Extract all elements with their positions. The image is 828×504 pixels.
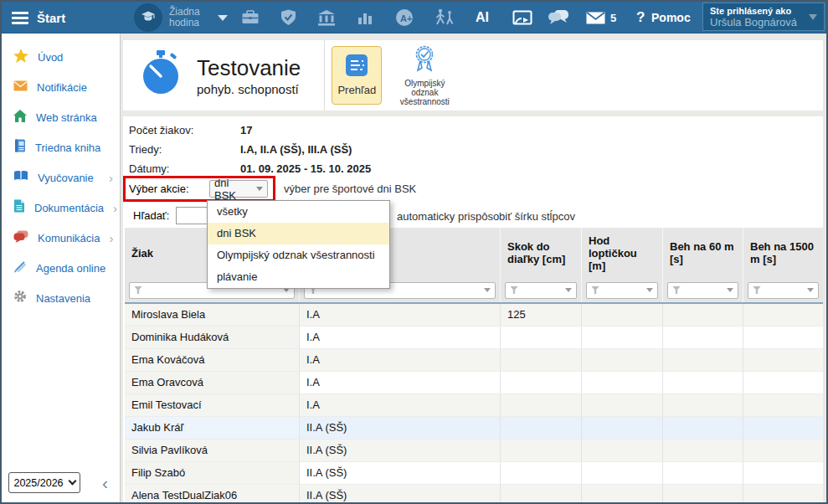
data-cell[interactable]: I.A [300,327,501,349]
data-cell[interactable] [501,372,582,394]
sidebar-item-nastavenia[interactable]: Nastavenia [2,283,120,313]
data-cell[interactable] [501,349,582,372]
lesson-caret-icon[interactable] [218,2,228,33]
data-cell[interactable] [743,327,823,349]
student-name-cell[interactable]: Ema Oravcová [125,372,300,394]
data-cell[interactable]: II.A (SŠ) [300,417,501,440]
data-cell[interactable] [501,485,582,502]
bank-icon[interactable] [317,2,336,33]
data-cell[interactable] [743,462,823,485]
data-cell[interactable] [501,394,582,417]
tab-prehlad[interactable]: Prehľad [332,46,382,105]
data-cell[interactable] [743,417,823,440]
sidebar-item-agenda-online[interactable]: Agenda online [2,253,120,283]
data-cell[interactable] [582,304,663,327]
sidebar-item-dokumentacia[interactable]: Dokumentácia › [2,193,120,223]
help-question-icon[interactable]: ? [636,2,645,33]
sidebar-collapse-chevron[interactable]: ‹ [102,475,108,491]
data-cell[interactable] [582,462,663,485]
data-cell[interactable] [582,485,663,502]
cast-screen-icon[interactable] [512,2,532,33]
bar-chart-icon[interactable] [357,2,373,33]
column-filter-dropdown[interactable] [667,282,738,299]
data-cell[interactable] [663,440,743,462]
data-cell[interactable]: II.A (SŠ) [300,440,501,462]
sidebar-item-vyucovanie[interactable]: Vyučovanie › [2,162,120,193]
data-cell[interactable]: I.A [300,394,501,417]
student-name-cell[interactable]: Alena TestDualZiak06 [125,485,300,502]
lesson-circle[interactable] [134,3,162,32]
student-name-cell[interactable]: Jakub Kráľ [125,417,300,440]
ai-button[interactable]: AI [476,2,489,33]
data-cell[interactable] [663,372,743,394]
data-cell[interactable] [743,394,823,417]
data-cell[interactable]: I.A [300,372,501,394]
user-menu[interactable]: Ste prihlásený ako Uršula Bognárová [702,3,825,31]
chat-bubbles-icon[interactable] [548,2,569,33]
data-cell[interactable] [663,394,743,417]
data-cell[interactable] [663,462,743,485]
data-cell[interactable]: 125 [501,304,582,327]
dropdown-option[interactable]: všetky [208,201,389,223]
dropdown-option[interactable]: plávanie [208,266,389,288]
data-cell[interactable] [582,327,663,349]
annotation-red-box: Výber akcie: dni BSK [123,176,275,202]
autofit-label[interactable]: automaticky prispôsobiť šírku stĺpcov [397,210,575,223]
data-cell[interactable]: II.A (SŠ) [300,485,501,502]
student-name-cell[interactable]: Emil Testovací [125,394,300,417]
sidebar-item-notifikacie[interactable]: Notifikácie [2,72,120,102]
sidebar-item-uvod[interactable]: Úvod [2,42,120,72]
data-cell[interactable] [582,394,663,417]
data-cell[interactable] [501,417,582,440]
data-cell[interactable]: I.A [300,304,501,327]
logged-in-label: Ste prihlásený ako [710,6,809,16]
menu-hamburger-icon[interactable] [12,2,28,33]
help-button[interactable]: Pomoc [651,2,691,33]
dropdown-option[interactable]: Olympijský odznak všestrannosti [208,244,389,266]
data-cell[interactable] [582,440,663,462]
data-cell[interactable] [582,372,663,394]
data-cell[interactable] [743,372,823,394]
sidebar-item-web-stranka[interactable]: Web stránka [2,102,120,132]
tab-olympic-badge[interactable]: Olympijský odznak všestrannosti [392,45,457,106]
walking-people-icon[interactable] [434,2,455,33]
data-cell[interactable] [501,327,582,349]
student-name-cell[interactable]: Silvia Pavlíková [125,440,300,462]
data-cell[interactable] [663,349,743,372]
mail-envelope-icon[interactable] [586,2,605,33]
student-name-cell[interactable]: Dominika Hudáková [125,327,300,349]
start-button[interactable]: Štart [37,2,65,33]
book-icon [13,170,28,185]
data-cell[interactable] [663,304,743,327]
data-cell[interactable] [582,417,663,440]
data-cell[interactable] [663,485,743,502]
table-row: Alena TestDualZiak06II.A (SŠ) [125,485,823,502]
data-cell[interactable]: II.A (SŠ) [300,462,501,485]
briefcase-icon[interactable] [241,2,260,33]
data-cell[interactable] [582,349,663,372]
data-cell[interactable] [663,327,743,349]
school-year-select[interactable]: 2025/2026 [8,472,80,493]
column-filter-dropdown[interactable] [586,282,658,299]
shield-check-icon[interactable] [280,2,296,33]
student-name-cell[interactable]: Ema Kováčová [125,349,300,372]
student-name-cell[interactable]: Miroslava Biela [125,304,300,327]
dropdown-option[interactable]: dni BSK [208,223,389,244]
data-cell[interactable] [663,417,743,440]
data-cell[interactable] [743,440,823,462]
action-select[interactable]: dni BSK [209,180,268,198]
data-cell[interactable] [501,462,582,485]
data-cell[interactable] [743,304,823,327]
column-filter-dropdown[interactable] [748,282,819,299]
data-cell[interactable] [743,349,823,372]
sidebar-item-triedna-kniha[interactable]: Triedna kniha [2,132,120,162]
sidebar-item-komunikacia[interactable]: Komunikácia › [2,223,120,253]
column-filter-dropdown[interactable] [505,282,577,299]
lesson-status[interactable]: Žiadna hodina [169,2,213,33]
grades-a-plus-icon[interactable]: A+ [395,2,414,33]
data-cell[interactable] [743,485,823,502]
data-cell[interactable] [501,440,582,462]
data-cell[interactable]: I.A [300,349,501,372]
student-name-cell[interactable]: Filip Szabó [125,462,300,485]
app-window: Štart Žiadna hodina A+ AI [0,0,828,504]
